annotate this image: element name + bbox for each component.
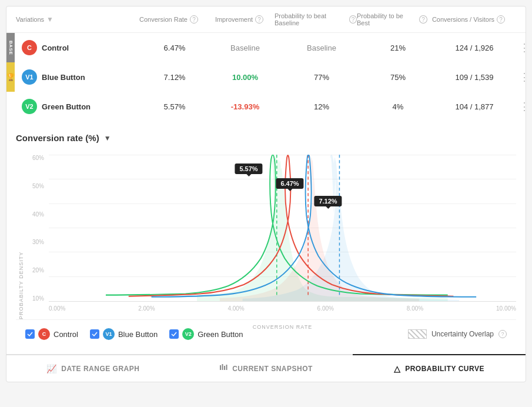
legend-item-v1: V1 Blue Button [90, 328, 158, 340]
probability-curve-icon: △ [394, 364, 401, 373]
svg-rect-2 [224, 366, 225, 370]
side-badge-winner: 🏆 [6, 62, 15, 92]
v2-conversions: 104 / 1,877 [433, 102, 516, 111]
improvement-label: Improvement [215, 16, 253, 23]
current-snapshot-icon [219, 363, 227, 373]
y-axis: 60% 50% 40% 30% 20% 10% [24, 155, 48, 302]
legend-item-control: C Control [25, 328, 78, 340]
col-prob-be-best: Probability to be Best ? [357, 12, 427, 26]
control-prob-beat-baseline: Baseline [280, 44, 363, 52]
y-tick: 60% [24, 155, 48, 161]
legend-badge-v2: V2 [182, 328, 194, 340]
conversions-visitors-info-icon[interactable]: ? [497, 15, 505, 24]
tab-current-snapshot[interactable]: CURRENT SNAPSHOT [179, 355, 352, 382]
tab-probability-curve[interactable]: △ PROBABILITY CURVE [353, 354, 526, 382]
v2-name: Green Button [42, 102, 91, 111]
col-variations: Variations ▼ [16, 15, 133, 24]
tab-probability-curve-label: PROBABILITY CURVE [405, 365, 484, 373]
v1-more-button[interactable]: ⋮ [516, 71, 532, 84]
col-conversions-visitors: Conversions / Visitors ? [427, 15, 510, 24]
v2-conversion-rate: 5.57% [139, 102, 210, 111]
v1-improvement: 10.00% [210, 73, 280, 82]
date-range-icon: 📈 [46, 364, 57, 373]
filter-icon[interactable]: ▼ [46, 15, 53, 24]
y-tick: 50% [24, 183, 48, 189]
prob-beat-baseline-label: Probability to beat Baseline [275, 12, 347, 26]
v1-prob-beat-baseline: 77% [280, 73, 363, 82]
control-prob-be-best: 21% [363, 44, 433, 52]
svg-rect-1 [222, 364, 223, 370]
y-tick: 30% [24, 239, 48, 245]
variation-name-control: C Control [22, 40, 139, 55]
table-row: V1 Blue Button 7.12% 10.00% 77% 75% 109 … [6, 62, 526, 92]
prob-be-best-label: Probability to be Best [357, 12, 417, 26]
red-tooltip: 6.47% [276, 178, 303, 189]
row-container-control: BASE C Control 6.47% Baseline Baseline 2… [6, 33, 526, 62]
x-axis-label: CONVERSION RATE [253, 324, 312, 330]
badge-control: C [22, 40, 37, 55]
row-container-v2: V2 Green Button 5.57% -13.93% 12% 4% 104… [6, 92, 526, 121]
v1-prob-be-best: 75% [363, 73, 433, 82]
y-tick: 10% [24, 295, 48, 302]
v2-improvement: -13.93% [210, 102, 280, 111]
y-axis-label: PROBABILTY DENSITY [16, 155, 24, 319]
conversion-rate-label: Conversion Rate [139, 16, 188, 23]
v1-conversion-rate: 7.12% [139, 73, 210, 82]
conversion-rate-info-icon[interactable]: ? [190, 15, 198, 24]
conversions-visitors-label: Conversions / Visitors [432, 16, 494, 23]
improvement-info-icon[interactable]: ? [255, 15, 263, 24]
col-prob-beat-baseline: Probability to beat Baseline ? [275, 12, 357, 26]
legend-checkbox-v2[interactable] [169, 329, 179, 339]
prob-beat-baseline-info-icon[interactable]: ? [349, 15, 357, 24]
y-tick: 40% [24, 211, 48, 218]
chart-dropdown-icon[interactable]: ▼ [104, 134, 111, 142]
control-more-button[interactable]: ⋮ [516, 41, 532, 54]
variation-name-v2: V2 Green Button [22, 99, 139, 114]
tab-date-range-label: DATE RANGE GRAPH [61, 365, 139, 373]
side-badge-v2 [6, 92, 15, 121]
variation-name-v1: V1 Blue Button [22, 69, 139, 85]
x-tick: 10.00% [496, 305, 516, 312]
badge-v1: V1 [22, 69, 37, 85]
svg-rect-0 [220, 365, 221, 370]
control-conversion-rate: 6.47% [139, 44, 210, 52]
variations-label: Variations [16, 16, 44, 23]
tab-date-range[interactable]: 📈 DATE RANGE GRAPH [6, 355, 179, 382]
svg-rect-3 [226, 365, 227, 370]
control-conversions: 124 / 1,926 [433, 44, 516, 52]
x-axis: 0.00% 2.00% 4.00% 6.00% 8.00% 10.00% CON… [49, 302, 516, 319]
uncertainty-overlap-legend: Uncertainty Overlap ? [408, 329, 507, 339]
v2-prob-be-best: 4% [363, 102, 433, 111]
chart-area: 60% 50% 40% 30% 20% 10% [24, 155, 516, 319]
v2-prob-beat-baseline: 12% [280, 102, 363, 111]
prob-be-best-info-icon[interactable]: ? [419, 15, 427, 24]
legend-item-v2: V2 Green Button [169, 328, 243, 340]
legend-checkbox-v1[interactable] [90, 329, 99, 339]
v2-more-button[interactable]: ⋮ [516, 100, 532, 113]
legend-label-v1: Blue Button [118, 330, 158, 339]
chart-wrapper: PROBABILTY DENSITY 60% 50% 40% 30% 20% 1… [16, 155, 516, 319]
legend-badge-v1: V1 [103, 328, 115, 340]
chart-svg [49, 155, 516, 301]
uncertainty-help-icon[interactable]: ? [498, 330, 507, 338]
side-badge-base: BASE [6, 33, 15, 62]
blue-tooltip: 7.12% [314, 196, 342, 206]
green-tooltip: 5.57% [235, 164, 262, 174]
bottom-tabs: 📈 DATE RANGE GRAPH CURRENT SNAPSHOT △ PR… [6, 354, 526, 382]
legend-label-control: Control [53, 330, 78, 339]
control-improvement: Baseline [210, 44, 280, 52]
chart-title-text: Conversion rate (%) [16, 133, 99, 143]
v1-conversions: 109 / 1,539 [433, 73, 516, 82]
x-tick: 4.00% [227, 305, 244, 312]
hatched-pattern [408, 329, 427, 339]
x-tick: 0.00% [49, 305, 65, 312]
legend-badge-control: C [38, 328, 50, 340]
x-tick: 6.00% [317, 305, 334, 312]
chart-plot: 5.57% 6.47% 7.12% [49, 155, 516, 302]
row-container-v1: 🏆 V1 Blue Button 7.12% 10.00% 77% 75% 10… [6, 62, 526, 92]
y-tick: 20% [24, 267, 48, 273]
chart-title: Conversion rate (%) ▼ [16, 133, 516, 143]
tab-current-snapshot-label: CURRENT SNAPSHOT [232, 365, 313, 373]
legend-label-v2: Green Button [198, 330, 243, 339]
legend-checkbox-control[interactable] [25, 329, 35, 339]
